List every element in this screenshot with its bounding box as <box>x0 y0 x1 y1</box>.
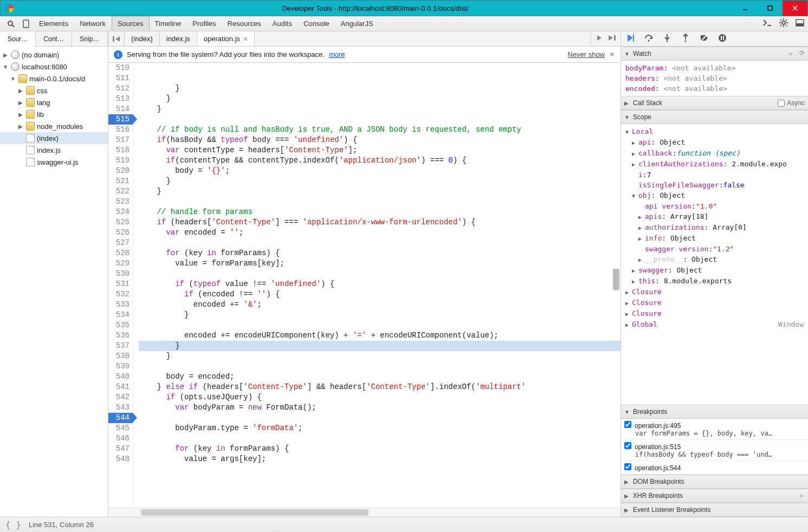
line-number[interactable]: 537 <box>108 341 133 351</box>
console-drawer-icon[interactable] <box>762 18 772 29</box>
line-number[interactable]: 512 <box>108 83 133 94</box>
vertical-scrollbar[interactable] <box>613 269 619 290</box>
code-editor[interactable]: 5105115125135145155165175185195205215225… <box>108 63 620 508</box>
line-number[interactable]: 536 <box>108 330 133 341</box>
scope-variable[interactable]: api version: "1.0" <box>625 201 804 211</box>
tree-file[interactable]: (index) <box>0 132 108 144</box>
breakpoint-item[interactable]: operation.js:515if(hasBody && typeof bod… <box>621 440 808 461</box>
async-checkbox[interactable] <box>778 100 785 107</box>
tab-history-fwd-icon[interactable] <box>607 35 616 43</box>
line-number[interactable]: 535 <box>108 320 133 330</box>
line-number[interactable]: 514 <box>108 104 133 114</box>
line-number[interactable]: 546 <box>108 433 133 444</box>
line-number[interactable]: 548 <box>108 454 133 464</box>
breakpoints-header[interactable]: ▼Breakpoints <box>621 405 808 419</box>
line-number[interactable]: 516 <box>108 125 133 135</box>
device-icon[interactable] <box>18 16 34 31</box>
line-number[interactable]: 520 <box>108 166 133 176</box>
line-number[interactable]: 532 <box>108 289 133 300</box>
watch-expression[interactable]: encoded: <not available> <box>625 83 804 94</box>
line-number[interactable]: 530 <box>108 269 133 279</box>
maximize-button[interactable] <box>758 1 783 16</box>
scope-variable[interactable]: ▶callback: function (spec) <box>625 148 804 159</box>
search-icon[interactable] <box>3 16 18 31</box>
step-out-icon[interactable] <box>681 33 690 44</box>
watch-header[interactable]: ▼Watch ＋⟳ <box>621 47 808 61</box>
tree-folder-css[interactable]: ▶css <box>0 85 108 96</box>
callstack-header[interactable]: ▶Call Stack Async <box>621 96 808 110</box>
line-number[interactable]: 538 <box>108 351 133 361</box>
scope-variable[interactable]: ▶this: 8.module.exports <box>625 276 804 287</box>
breakpoint-checkbox[interactable] <box>624 421 631 428</box>
scope-variable[interactable]: ▼obj: Object <box>625 190 804 201</box>
pretty-print-icon[interactable]: { } <box>5 520 21 530</box>
scope-variable[interactable]: ▶clientAuthorizations: 2.module.expo <box>625 159 804 170</box>
scope-variable[interactable]: isSingleFileSwagger: false <box>625 180 804 190</box>
line-number[interactable]: 522 <box>108 186 133 197</box>
line-number[interactable]: 518 <box>108 145 133 155</box>
section-header[interactable]: ▶XHR Breakpoints＋ <box>621 489 808 503</box>
resume-icon[interactable] <box>625 33 635 44</box>
line-number[interactable]: 524 <box>108 207 133 217</box>
file-tab[interactable]: index.js <box>160 31 197 46</box>
close-button[interactable] <box>783 1 807 16</box>
info-more-link[interactable]: more <box>329 50 345 59</box>
line-number[interactable]: 528 <box>108 248 133 258</box>
breakpoint-checkbox[interactable] <box>624 442 631 449</box>
scope-variable[interactable]: ▶apis: Array[18] <box>625 211 804 222</box>
code-area[interactable]: } } } // if body is null and hasBody is … <box>133 63 620 508</box>
line-number[interactable]: 525 <box>108 217 133 228</box>
breakpoint-checkbox[interactable] <box>624 463 631 470</box>
line-gutter[interactable]: 5105115125135145155165175185195205215225… <box>108 63 133 508</box>
scope-header[interactable]: ▼Scope <box>621 110 808 124</box>
line-number[interactable]: 531 <box>108 279 133 289</box>
run-snippet-icon[interactable] <box>596 35 603 43</box>
line-number[interactable]: 515 <box>108 114 133 125</box>
main-tab-console[interactable]: Console <box>298 16 335 31</box>
watch-expression[interactable]: bodyParam: <not available> <box>625 63 804 73</box>
section-header[interactable]: ▶Event Listener Breakpoints <box>621 503 808 517</box>
file-tree[interactable]: ▶(no domain) ▼localhost:8080 ▼main-0.0.1… <box>0 47 108 517</box>
main-tab-elements[interactable]: Elements <box>34 16 74 31</box>
tree-node-host[interactable]: ▼localhost:8080 <box>0 61 108 73</box>
line-number[interactable]: 544 <box>108 413 133 423</box>
section-header[interactable]: ▶DOM Breakpoints <box>621 475 808 489</box>
nav-tab-0[interactable]: Sour… <box>0 31 36 47</box>
main-tab-profiles[interactable]: Profiles <box>187 16 222 31</box>
line-number[interactable]: 521 <box>108 176 133 186</box>
deactivate-breakpoints-icon[interactable] <box>699 33 709 44</box>
tree-node-folder[interactable]: ▼main-0.0.1/docs/d <box>0 73 108 85</box>
horizontal-scrollbar[interactable] <box>108 508 620 517</box>
line-number[interactable]: 511 <box>108 73 133 83</box>
tree-file[interactable]: swagger-ui.js <box>0 156 108 168</box>
line-number[interactable]: 526 <box>108 228 133 238</box>
nav-tab-2[interactable]: Snip… <box>72 31 108 46</box>
line-number[interactable]: 547 <box>108 444 133 454</box>
line-number[interactable]: 517 <box>108 135 133 145</box>
line-number[interactable]: 513 <box>108 94 133 104</box>
main-tab-timeline[interactable]: Timeline <box>150 16 188 31</box>
line-number[interactable]: 527 <box>108 238 133 248</box>
line-number[interactable]: 534 <box>108 310 133 320</box>
breakpoint-item[interactable]: operation.js:544 <box>621 461 808 475</box>
line-number[interactable]: 542 <box>108 392 133 403</box>
dock-icon[interactable] <box>795 18 805 29</box>
scope-variable[interactable]: ▶swagger: Object <box>625 265 804 276</box>
line-number[interactable]: 519 <box>108 155 133 166</box>
info-never-show[interactable]: Never show <box>567 50 605 59</box>
tree-file[interactable]: index.js <box>0 144 108 156</box>
line-number[interactable]: 539 <box>108 361 133 372</box>
scope-variable[interactable]: i: 7 <box>625 170 804 180</box>
scope-variable[interactable]: ▶info: Object <box>625 233 804 244</box>
tab-history-back-icon[interactable] <box>108 31 125 46</box>
line-number[interactable]: 523 <box>108 197 133 207</box>
watch-expression[interactable]: headers: <not available> <box>625 73 804 83</box>
step-over-icon[interactable] <box>644 33 654 44</box>
line-number[interactable]: 529 <box>108 258 133 269</box>
line-number[interactable]: 540 <box>108 372 133 382</box>
nav-tab-1[interactable]: Cont… <box>36 31 72 46</box>
line-number[interactable]: 543 <box>108 403 133 413</box>
minimize-button[interactable] <box>733 1 758 16</box>
main-tab-audits[interactable]: Audits <box>267 16 298 31</box>
tree-folder-node_modules[interactable]: ▶node_modules <box>0 120 108 132</box>
